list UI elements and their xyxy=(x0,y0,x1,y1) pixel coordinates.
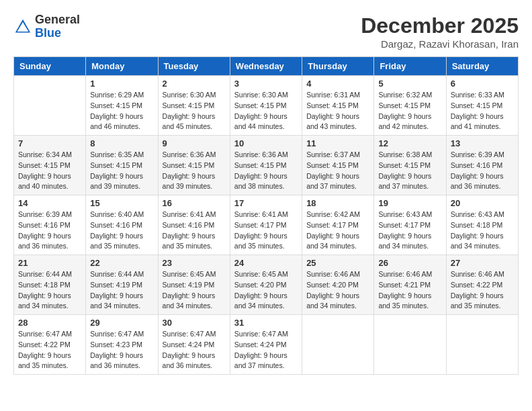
calendar-cell: 28Sunrise: 6:47 AM Sunset: 4:22 PM Dayli… xyxy=(14,315,86,375)
day-info: Sunrise: 6:39 AM Sunset: 4:16 PM Dayligh… xyxy=(451,150,514,192)
day-info: Sunrise: 6:30 AM Sunset: 4:15 PM Dayligh… xyxy=(234,90,298,132)
calendar-cell: 14Sunrise: 6:39 AM Sunset: 4:16 PM Dayli… xyxy=(14,195,86,255)
day-info: Sunrise: 6:31 AM Sunset: 4:15 PM Dayligh… xyxy=(306,90,369,132)
location: Dargaz, Razavi Khorasan, Iran xyxy=(361,38,519,50)
logo-icon xyxy=(13,17,32,36)
calendar-body: 1Sunrise: 6:29 AM Sunset: 4:15 PM Daylig… xyxy=(14,76,519,375)
day-number: 22 xyxy=(90,258,153,268)
calendar-cell: 4Sunrise: 6:31 AM Sunset: 4:15 PM Daylig… xyxy=(302,76,374,136)
day-info: Sunrise: 6:44 AM Sunset: 4:18 PM Dayligh… xyxy=(18,269,81,312)
day-info: Sunrise: 6:33 AM Sunset: 4:15 PM Dayligh… xyxy=(451,90,514,132)
logo: General Blue xyxy=(13,13,80,40)
calendar-cell: 24Sunrise: 6:45 AM Sunset: 4:20 PM Dayli… xyxy=(230,255,302,315)
logo-general: General xyxy=(35,13,80,27)
day-number: 28 xyxy=(18,318,81,328)
day-info: Sunrise: 6:38 AM Sunset: 4:15 PM Dayligh… xyxy=(378,150,441,192)
day-info: Sunrise: 6:43 AM Sunset: 4:17 PM Dayligh… xyxy=(378,210,441,252)
day-info: Sunrise: 6:36 AM Sunset: 4:15 PM Dayligh… xyxy=(234,150,298,192)
day-info: Sunrise: 6:42 AM Sunset: 4:17 PM Dayligh… xyxy=(306,210,369,252)
weekday-header-saturday: Saturday xyxy=(446,57,518,76)
day-number: 12 xyxy=(378,138,441,148)
day-info: Sunrise: 6:46 AM Sunset: 4:20 PM Dayligh… xyxy=(306,269,369,312)
day-number: 9 xyxy=(163,138,226,148)
calendar-cell: 3Sunrise: 6:30 AM Sunset: 4:15 PM Daylig… xyxy=(230,76,302,136)
day-info: Sunrise: 6:44 AM Sunset: 4:19 PM Dayligh… xyxy=(90,269,153,312)
calendar-cell: 15Sunrise: 6:40 AM Sunset: 4:16 PM Dayli… xyxy=(86,195,158,255)
day-number: 11 xyxy=(306,138,369,148)
day-number: 27 xyxy=(451,258,514,268)
logo-blue: Blue xyxy=(35,27,80,40)
day-info: Sunrise: 6:30 AM Sunset: 4:15 PM Dayligh… xyxy=(163,90,226,132)
calendar-table: SundayMondayTuesdayWednesdayThursdayFrid… xyxy=(13,56,519,375)
day-number: 20 xyxy=(451,198,514,208)
day-info: Sunrise: 6:29 AM Sunset: 4:15 PM Dayligh… xyxy=(90,90,153,132)
calendar-cell xyxy=(374,315,446,375)
weekday-header-tuesday: Tuesday xyxy=(158,57,230,76)
day-info: Sunrise: 6:46 AM Sunset: 4:21 PM Dayligh… xyxy=(378,269,441,312)
calendar-cell: 18Sunrise: 6:42 AM Sunset: 4:17 PM Dayli… xyxy=(302,195,374,255)
calendar-cell: 31Sunrise: 6:47 AM Sunset: 4:24 PM Dayli… xyxy=(230,315,302,375)
day-number: 15 xyxy=(90,198,153,208)
calendar-cell: 11Sunrise: 6:37 AM Sunset: 4:15 PM Dayli… xyxy=(302,136,374,195)
day-number: 21 xyxy=(18,258,81,268)
calendar-cell: 2Sunrise: 6:30 AM Sunset: 4:15 PM Daylig… xyxy=(158,76,230,136)
day-number: 8 xyxy=(90,138,153,148)
day-number: 31 xyxy=(234,318,298,328)
calendar-cell: 8Sunrise: 6:35 AM Sunset: 4:15 PM Daylig… xyxy=(86,136,158,195)
calendar-cell: 19Sunrise: 6:43 AM Sunset: 4:17 PM Dayli… xyxy=(374,195,446,255)
weekday-header-friday: Friday xyxy=(374,57,446,76)
calendar-cell: 7Sunrise: 6:34 AM Sunset: 4:15 PM Daylig… xyxy=(14,136,86,195)
month-title: December 2025 xyxy=(361,13,519,38)
calendar-cell: 17Sunrise: 6:41 AM Sunset: 4:17 PM Dayli… xyxy=(230,195,302,255)
day-number: 18 xyxy=(306,198,369,208)
calendar-header: SundayMondayTuesdayWednesdayThursdayFrid… xyxy=(14,57,519,76)
logo-text: General Blue xyxy=(35,13,80,40)
calendar-cell: 29Sunrise: 6:47 AM Sunset: 4:23 PM Dayli… xyxy=(86,315,158,375)
day-info: Sunrise: 6:47 AM Sunset: 4:23 PM Dayligh… xyxy=(90,329,153,371)
weekday-header-wednesday: Wednesday xyxy=(230,57,302,76)
calendar-cell: 10Sunrise: 6:36 AM Sunset: 4:15 PM Dayli… xyxy=(230,136,302,195)
calendar-week-row: 1Sunrise: 6:29 AM Sunset: 4:15 PM Daylig… xyxy=(14,76,519,136)
day-number: 23 xyxy=(163,258,226,268)
calendar-cell: 12Sunrise: 6:38 AM Sunset: 4:15 PM Dayli… xyxy=(374,136,446,195)
day-info: Sunrise: 6:36 AM Sunset: 4:15 PM Dayligh… xyxy=(163,150,226,192)
day-info: Sunrise: 6:43 AM Sunset: 4:18 PM Dayligh… xyxy=(451,210,514,252)
weekday-header-row: SundayMondayTuesdayWednesdayThursdayFrid… xyxy=(14,57,519,76)
day-number: 3 xyxy=(234,79,298,89)
day-info: Sunrise: 6:35 AM Sunset: 4:15 PM Dayligh… xyxy=(90,150,153,192)
calendar-cell: 27Sunrise: 6:46 AM Sunset: 4:22 PM Dayli… xyxy=(446,255,518,315)
calendar-week-row: 21Sunrise: 6:44 AM Sunset: 4:18 PM Dayli… xyxy=(14,255,519,315)
calendar-cell xyxy=(14,76,86,136)
day-info: Sunrise: 6:47 AM Sunset: 4:24 PM Dayligh… xyxy=(163,329,226,371)
day-number: 10 xyxy=(234,138,298,148)
day-info: Sunrise: 6:47 AM Sunset: 4:24 PM Dayligh… xyxy=(234,329,298,371)
day-number: 25 xyxy=(306,258,369,268)
calendar-cell: 5Sunrise: 6:32 AM Sunset: 4:15 PM Daylig… xyxy=(374,76,446,136)
day-info: Sunrise: 6:45 AM Sunset: 4:20 PM Dayligh… xyxy=(234,269,298,312)
day-number: 4 xyxy=(306,79,369,89)
day-number: 17 xyxy=(234,198,298,208)
day-info: Sunrise: 6:41 AM Sunset: 4:17 PM Dayligh… xyxy=(234,210,298,252)
day-info: Sunrise: 6:41 AM Sunset: 4:16 PM Dayligh… xyxy=(163,210,226,252)
weekday-header-thursday: Thursday xyxy=(302,57,374,76)
calendar-cell: 6Sunrise: 6:33 AM Sunset: 4:15 PM Daylig… xyxy=(446,76,518,136)
day-info: Sunrise: 6:47 AM Sunset: 4:22 PM Dayligh… xyxy=(18,329,81,371)
day-number: 6 xyxy=(451,79,514,89)
calendar-cell xyxy=(302,315,374,375)
calendar-week-row: 14Sunrise: 6:39 AM Sunset: 4:16 PM Dayli… xyxy=(14,195,519,255)
day-number: 19 xyxy=(378,198,441,208)
page-header: General Blue December 2025 Dargaz, Razav… xyxy=(13,13,519,50)
calendar-cell: 23Sunrise: 6:45 AM Sunset: 4:19 PM Dayli… xyxy=(158,255,230,315)
day-number: 2 xyxy=(163,79,226,89)
calendar-cell: 22Sunrise: 6:44 AM Sunset: 4:19 PM Dayli… xyxy=(86,255,158,315)
day-number: 30 xyxy=(163,318,226,328)
day-number: 24 xyxy=(234,258,298,268)
weekday-header-monday: Monday xyxy=(86,57,158,76)
calendar-cell: 21Sunrise: 6:44 AM Sunset: 4:18 PM Dayli… xyxy=(14,255,86,315)
calendar-cell: 16Sunrise: 6:41 AM Sunset: 4:16 PM Dayli… xyxy=(158,195,230,255)
day-number: 5 xyxy=(378,79,441,89)
calendar-cell: 1Sunrise: 6:29 AM Sunset: 4:15 PM Daylig… xyxy=(86,76,158,136)
day-info: Sunrise: 6:32 AM Sunset: 4:15 PM Dayligh… xyxy=(378,90,441,132)
day-number: 26 xyxy=(378,258,441,268)
calendar-cell xyxy=(446,315,518,375)
